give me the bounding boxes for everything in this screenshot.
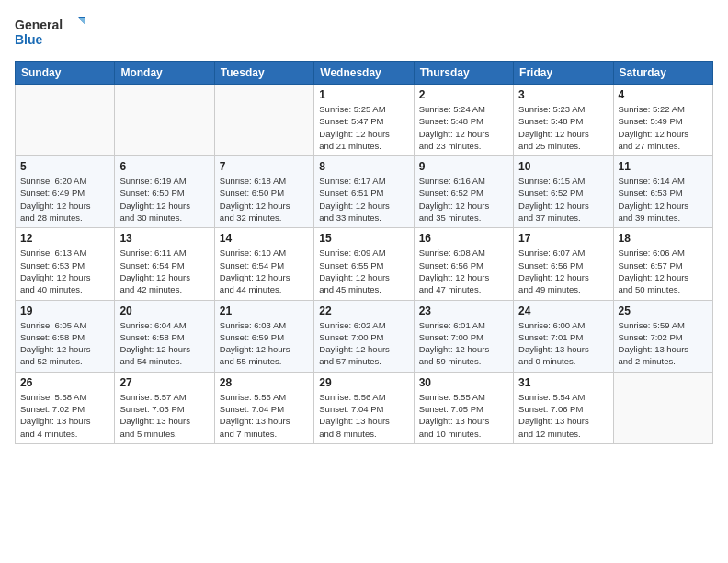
day-header-thursday: Thursday xyxy=(414,62,513,85)
calendar-header: SundayMondayTuesdayWednesdayThursdayFrid… xyxy=(16,62,713,85)
day-cell: 14Sunrise: 6:10 AM Sunset: 6:54 PM Dayli… xyxy=(214,228,313,300)
day-cell: 16Sunrise: 6:08 AM Sunset: 6:56 PM Dayli… xyxy=(414,228,513,300)
week-row-5: 26Sunrise: 5:58 AM Sunset: 7:02 PM Dayli… xyxy=(16,372,713,443)
day-cell: 1Sunrise: 5:25 AM Sunset: 5:47 PM Daylig… xyxy=(314,85,414,156)
day-number: 18 xyxy=(619,232,708,245)
day-cell: 9Sunrise: 6:16 AM Sunset: 6:52 PM Daylig… xyxy=(414,156,513,228)
day-info: Sunrise: 6:13 AM Sunset: 6:53 PM Dayligh… xyxy=(20,247,109,295)
day-number: 2 xyxy=(419,88,508,101)
day-info: Sunrise: 6:08 AM Sunset: 6:56 PM Dayligh… xyxy=(419,247,508,295)
day-number: 11 xyxy=(619,160,708,173)
day-cell: 15Sunrise: 6:09 AM Sunset: 6:55 PM Dayli… xyxy=(314,228,414,300)
day-info: Sunrise: 6:16 AM Sunset: 6:52 PM Dayligh… xyxy=(419,175,508,224)
logo: General Blue xyxy=(15,15,88,52)
svg-marker-3 xyxy=(79,18,85,24)
day-number: 15 xyxy=(319,232,408,245)
day-cell: 8Sunrise: 6:17 AM Sunset: 6:51 PM Daylig… xyxy=(314,156,414,228)
day-info: Sunrise: 5:22 AM Sunset: 5:49 PM Dayligh… xyxy=(619,103,708,152)
svg-text:Blue: Blue xyxy=(15,32,43,47)
day-info: Sunrise: 6:01 AM Sunset: 7:00 PM Dayligh… xyxy=(419,319,508,368)
day-cell: 24Sunrise: 6:00 AM Sunset: 7:01 PM Dayli… xyxy=(514,300,613,372)
day-cell: 4Sunrise: 5:22 AM Sunset: 5:49 PM Daylig… xyxy=(613,85,712,156)
day-number: 6 xyxy=(119,160,209,173)
week-row-1: 1Sunrise: 5:25 AM Sunset: 5:47 PM Daylig… xyxy=(16,85,713,156)
day-number: 16 xyxy=(419,232,508,245)
day-header-friday: Friday xyxy=(514,62,613,85)
day-number: 25 xyxy=(619,304,708,317)
day-number: 7 xyxy=(220,160,309,173)
day-header-sunday: Sunday xyxy=(16,62,115,85)
day-info: Sunrise: 6:06 AM Sunset: 6:57 PM Dayligh… xyxy=(619,247,708,295)
day-info: Sunrise: 6:15 AM Sunset: 6:52 PM Dayligh… xyxy=(518,175,608,224)
week-row-3: 12Sunrise: 6:13 AM Sunset: 6:53 PM Dayli… xyxy=(16,228,713,300)
day-info: Sunrise: 6:20 AM Sunset: 6:49 PM Dayligh… xyxy=(20,175,109,224)
day-info: Sunrise: 5:56 AM Sunset: 7:04 PM Dayligh… xyxy=(220,391,309,440)
day-info: Sunrise: 6:03 AM Sunset: 6:59 PM Dayligh… xyxy=(220,319,309,368)
day-number: 24 xyxy=(518,304,608,317)
day-number: 9 xyxy=(419,160,508,173)
day-cell: 5Sunrise: 6:20 AM Sunset: 6:49 PM Daylig… xyxy=(16,156,115,228)
day-cell: 2Sunrise: 5:24 AM Sunset: 5:48 PM Daylig… xyxy=(414,85,513,156)
page-header: General Blue xyxy=(15,15,713,52)
day-cell: 28Sunrise: 5:56 AM Sunset: 7:04 PM Dayli… xyxy=(214,372,313,443)
day-cell: 7Sunrise: 6:18 AM Sunset: 6:50 PM Daylig… xyxy=(214,156,313,228)
day-number: 29 xyxy=(319,376,408,389)
day-cell xyxy=(214,85,313,156)
day-info: Sunrise: 5:57 AM Sunset: 7:03 PM Dayligh… xyxy=(119,391,209,440)
day-number: 14 xyxy=(220,232,309,245)
day-info: Sunrise: 5:23 AM Sunset: 5:48 PM Dayligh… xyxy=(518,103,608,152)
day-info: Sunrise: 6:17 AM Sunset: 6:51 PM Dayligh… xyxy=(319,175,408,224)
calendar-body: 1Sunrise: 5:25 AM Sunset: 5:47 PM Daylig… xyxy=(16,85,713,444)
week-row-4: 19Sunrise: 6:05 AM Sunset: 6:58 PM Dayli… xyxy=(16,300,713,372)
day-cell: 11Sunrise: 6:14 AM Sunset: 6:53 PM Dayli… xyxy=(613,156,712,228)
day-number: 1 xyxy=(319,88,408,101)
day-number: 13 xyxy=(119,232,209,245)
day-cell: 20Sunrise: 6:04 AM Sunset: 6:58 PM Dayli… xyxy=(115,300,214,372)
day-info: Sunrise: 5:25 AM Sunset: 5:47 PM Dayligh… xyxy=(319,103,408,152)
week-row-2: 5Sunrise: 6:20 AM Sunset: 6:49 PM Daylig… xyxy=(16,156,713,228)
day-info: Sunrise: 5:54 AM Sunset: 7:06 PM Dayligh… xyxy=(518,391,608,440)
day-cell: 25Sunrise: 5:59 AM Sunset: 7:02 PM Dayli… xyxy=(613,300,712,372)
day-info: Sunrise: 6:10 AM Sunset: 6:54 PM Dayligh… xyxy=(220,247,309,295)
day-cell: 22Sunrise: 6:02 AM Sunset: 7:00 PM Dayli… xyxy=(314,300,414,372)
day-info: Sunrise: 6:05 AM Sunset: 6:58 PM Dayligh… xyxy=(20,319,109,368)
day-number: 23 xyxy=(419,304,508,317)
day-number: 26 xyxy=(20,376,109,389)
day-info: Sunrise: 6:07 AM Sunset: 6:56 PM Dayligh… xyxy=(518,247,608,295)
day-info: Sunrise: 6:04 AM Sunset: 6:58 PM Dayligh… xyxy=(119,319,209,368)
day-cell: 3Sunrise: 5:23 AM Sunset: 5:48 PM Daylig… xyxy=(514,85,613,156)
calendar-table: SundayMondayTuesdayWednesdayThursdayFrid… xyxy=(15,61,713,444)
day-cell: 17Sunrise: 6:07 AM Sunset: 6:56 PM Dayli… xyxy=(514,228,613,300)
day-cell: 29Sunrise: 5:56 AM Sunset: 7:04 PM Dayli… xyxy=(314,372,414,443)
day-number: 5 xyxy=(20,160,109,173)
day-cell xyxy=(16,85,115,156)
day-cell: 18Sunrise: 6:06 AM Sunset: 6:57 PM Dayli… xyxy=(613,228,712,300)
day-cell: 19Sunrise: 6:05 AM Sunset: 6:58 PM Dayli… xyxy=(16,300,115,372)
day-cell: 23Sunrise: 6:01 AM Sunset: 7:00 PM Dayli… xyxy=(414,300,513,372)
day-cell xyxy=(115,85,214,156)
day-info: Sunrise: 5:55 AM Sunset: 7:05 PM Dayligh… xyxy=(419,391,508,440)
day-info: Sunrise: 6:02 AM Sunset: 7:00 PM Dayligh… xyxy=(319,319,408,368)
day-cell: 21Sunrise: 6:03 AM Sunset: 6:59 PM Dayli… xyxy=(214,300,313,372)
day-cell: 13Sunrise: 6:11 AM Sunset: 6:54 PM Dayli… xyxy=(115,228,214,300)
day-cell: 6Sunrise: 6:19 AM Sunset: 6:50 PM Daylig… xyxy=(115,156,214,228)
day-number: 8 xyxy=(319,160,408,173)
day-info: Sunrise: 5:58 AM Sunset: 7:02 PM Dayligh… xyxy=(20,391,109,440)
day-cell: 31Sunrise: 5:54 AM Sunset: 7:06 PM Dayli… xyxy=(514,372,613,443)
day-info: Sunrise: 5:24 AM Sunset: 5:48 PM Dayligh… xyxy=(419,103,508,152)
day-info: Sunrise: 6:09 AM Sunset: 6:55 PM Dayligh… xyxy=(319,247,408,295)
day-number: 21 xyxy=(220,304,309,317)
day-number: 27 xyxy=(119,376,209,389)
days-row: SundayMondayTuesdayWednesdayThursdayFrid… xyxy=(16,62,713,85)
day-cell: 26Sunrise: 5:58 AM Sunset: 7:02 PM Dayli… xyxy=(16,372,115,443)
day-number: 4 xyxy=(619,88,708,101)
day-cell: 12Sunrise: 6:13 AM Sunset: 6:53 PM Dayli… xyxy=(16,228,115,300)
svg-text:General: General xyxy=(15,17,63,32)
day-number: 31 xyxy=(518,376,608,389)
day-number: 12 xyxy=(20,232,109,245)
day-number: 17 xyxy=(518,232,608,245)
day-cell xyxy=(613,372,712,443)
day-cell: 10Sunrise: 6:15 AM Sunset: 6:52 PM Dayli… xyxy=(514,156,613,228)
logo-svg: General Blue xyxy=(15,15,88,52)
day-header-saturday: Saturday xyxy=(613,62,712,85)
